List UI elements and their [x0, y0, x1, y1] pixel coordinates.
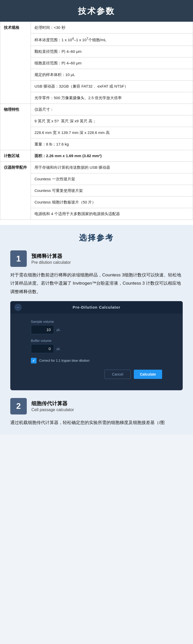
buffer-volume-field: Buffer volume μL: [31, 339, 162, 353]
physical-value-3: 228.6 mm 宽 X 139.7 mm 深 x 228.6 mm 高: [31, 127, 193, 139]
feature-2-header: 2 细胞传代计算器 Cell passage calculator: [10, 398, 183, 414]
tech-spec-value-6: USB 驱动器：32GB（兼容 FAT32 、exFAT 或 NTSF）: [31, 81, 193, 92]
calc-buttons: Cancel Calculate: [31, 370, 162, 379]
feature-1-text: 预稀释计算器 Pre dilution calculator: [31, 253, 71, 265]
feature-2-number: 2: [10, 398, 27, 414]
select-title: 选择参考: [10, 233, 183, 243]
trypan-checkbox-row: ✓ Correct for 1:1 trypan blue dilution: [31, 358, 162, 363]
calculator-ui: ← Pre-Dilution Calculator Sample volume …: [10, 301, 183, 390]
tech-spec-value-7: 光学零件：500 万像素摄像头、2.5 倍光学放大倍率: [31, 92, 193, 104]
accessory-value-1: 用于存储和向计算机传送数据的 USB 驱动器: [31, 162, 193, 173]
accessory-value-4: Countess 细胞计数板玻片（50 片）: [31, 197, 193, 208]
tech-spec-value-3: 颗粒直径范围：约 4–60 μm: [31, 46, 193, 57]
physical-value-1: 仪器尺寸：: [31, 104, 193, 115]
table-row: 技术规格 处理时间：<30 秒: [0, 22, 193, 33]
physical-value-4: 重量：8 lb；17.6 kg: [31, 139, 193, 150]
tech-spec-value-1: 处理时间：<30 秒: [31, 22, 193, 33]
table-row: 物理特性 仪器尺寸：: [0, 104, 193, 115]
calc-back-button[interactable]: ←: [14, 304, 22, 311]
table-row: 仪器附带配件 用于存储和向计算机传送数据的 USB 驱动器: [0, 162, 193, 173]
tech-params-section: 技术参数 技术规格 处理时间：<30 秒 样本浓度范围：1 x 104–1 x …: [0, 0, 193, 225]
count-area-value: 面积：2.26 mm x 1.69 mm (3.82 mm²): [31, 150, 193, 162]
back-icon: ←: [16, 305, 20, 309]
feature-2-text: 细胞传代计算器 Cell passage calculator: [31, 400, 74, 412]
accessory-value-5: 电源线和 4 个适用于大多数国家的电源插头适配器: [31, 208, 193, 220]
buffer-volume-unit: μL: [57, 347, 60, 351]
table-row: 计数区域 面积：2.26 mm x 1.69 mm (3.82 mm²): [0, 150, 193, 162]
select-section: 选择参考 1 预稀释计算器 Pre dilution calculator 对于…: [0, 225, 193, 435]
sample-volume-input[interactable]: [31, 325, 54, 334]
calc-title: Pre-Dilution Calculator: [25, 305, 168, 309]
cancel-button[interactable]: Cancel: [104, 370, 131, 379]
accessories-label: 仪器附带配件: [0, 162, 31, 220]
tech-header: 技术参数: [0, 0, 193, 22]
sample-volume-label: Sample volume: [31, 320, 162, 324]
checkmark-icon: ✓: [32, 359, 35, 363]
calc-body: Sample volume μL Buffer volume μL ✓: [10, 313, 183, 385]
feature-1-title-cn: 预稀释计算器: [31, 253, 71, 260]
buffer-volume-label: Buffer volume: [31, 339, 162, 343]
calc-topbar: ← Pre-Dilution Calculator: [10, 301, 183, 313]
tech-title: 技术参数: [0, 6, 193, 17]
accessory-value-3: Countess 可重复使用玻片架: [31, 185, 193, 197]
feature-1-title-en: Pre dilution calculator: [31, 260, 71, 265]
sample-volume-field: Sample volume μL: [31, 320, 162, 334]
feature-2-desc: 通过机载细胞传代计算器，轻松确定您的实验所需的细胞梯度及细胞接差基（/图: [10, 419, 183, 427]
feature-2-block: 2 细胞传代计算器 Cell passage calculator 通过机载细胞…: [10, 398, 183, 427]
tech-table: 技术规格 处理时间：<30 秒 样本浓度范围：1 x 104–1 x 107个细…: [0, 22, 193, 220]
buffer-volume-row: μL: [31, 344, 162, 353]
count-area-label: 计数区域: [0, 150, 31, 162]
buffer-volume-input[interactable]: [31, 344, 54, 353]
trypan-checkbox-label: Correct for 1:1 trypan blue dilution: [39, 359, 90, 362]
sample-volume-unit: μL: [57, 328, 60, 332]
physical-label: 物理特性: [0, 104, 31, 150]
feature-1-header: 1 预稀释计算器 Pre dilution calculator: [10, 250, 183, 267]
tech-spec-value-5: 规定的样本体积：10 μL: [31, 69, 193, 81]
physical-value-2: 9 英尺 宽 x 5? 英尺 深 x9 英尺 高；: [31, 115, 193, 127]
feature-1-desc: 对于需在细胞计数前进行稀释的浓缩细胞样品，Countess 3细胞计数仪可以快速…: [10, 271, 183, 296]
tech-spec-value-2: 样本浓度范围：1 x 104–1 x 107个细胞/mL: [31, 33, 193, 46]
trypan-checkbox[interactable]: ✓: [31, 358, 37, 363]
feature-2-title-cn: 细胞传代计算器: [31, 400, 74, 407]
sample-volume-row: μL: [31, 325, 162, 334]
feature-1-number: 1: [10, 250, 27, 267]
accessory-value-2: Countess 一次性玻片架: [31, 173, 193, 185]
tech-spec-label: 技术规格: [0, 22, 31, 104]
tech-spec-value-4: 细胞直径范围：约 4–60 μm: [31, 57, 193, 69]
calculate-button[interactable]: Calculate: [134, 370, 162, 379]
feature-2-title-en: Cell passage calculator: [31, 408, 74, 412]
